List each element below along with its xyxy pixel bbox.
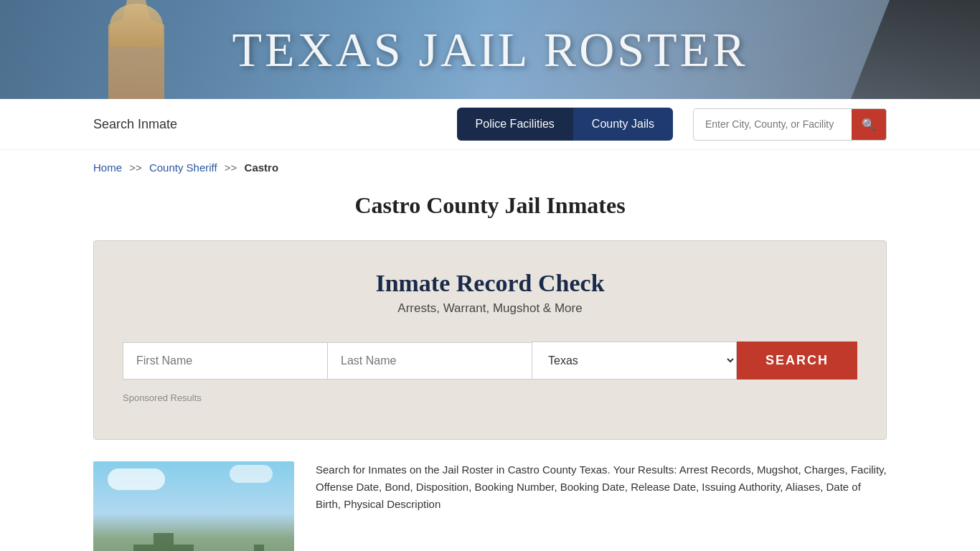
county-building-image [93,461,294,551]
page-title: Castro County Jail Inmates [0,192,980,219]
breadcrumb-county-sheriff[interactable]: County Sheriff [149,161,217,174]
sponsored-label: Sponsored Results [123,392,857,403]
police-facilities-button[interactable]: Police Facilities [457,108,573,141]
record-check-subtitle: Arrests, Warrant, Mugshot & More [123,301,857,316]
record-check-title: Inmate Record Check [123,270,857,297]
state-select[interactable]: Texas Alabama Alaska Arizona Arkansas Ca… [532,342,737,380]
record-search-button[interactable]: SEARCH [737,342,857,380]
first-name-input[interactable] [123,342,327,380]
cloud-decoration-2 [230,465,273,483]
record-check-form: Texas Alabama Alaska Arizona Arkansas Ca… [123,342,857,380]
site-title: Texas Jail Roster [232,22,748,78]
breadcrumb: Home >> County Sheriff >> Castro [0,150,980,185]
search-icon: 🔍 [862,118,876,131]
facility-search-button[interactable]: 🔍 [852,109,886,140]
bottom-content: Search for Inmates on the Jail Roster in… [0,461,980,551]
nav-bar: Search Inmate Police Facilities County J… [0,99,980,150]
cloud-decoration-1 [108,468,165,490]
page-title-wrap: Castro County Jail Inmates [0,185,980,240]
building-silhouette [93,533,294,551]
breadcrumb-separator-1: >> [129,161,142,174]
facility-search-wrap: 🔍 [693,108,887,141]
breadcrumb-separator-2: >> [225,161,237,174]
facility-search-input[interactable] [694,110,852,138]
nav-buttons: Police Facilities County Jails [457,108,673,141]
last-name-input[interactable] [327,342,532,380]
record-check-box: Inmate Record Check Arrests, Warrant, Mu… [93,240,887,440]
header-banner: Texas Jail Roster [0,0,980,99]
county-jails-button[interactable]: County Jails [573,108,673,141]
dome-decoration [110,4,163,47]
breadcrumb-home[interactable]: Home [93,161,122,174]
nav-search-label: Search Inmate [93,117,443,132]
breadcrumb-current: Castro [245,161,279,174]
bottom-description: Search for Inmates on the Jail Roster in… [316,461,887,551]
